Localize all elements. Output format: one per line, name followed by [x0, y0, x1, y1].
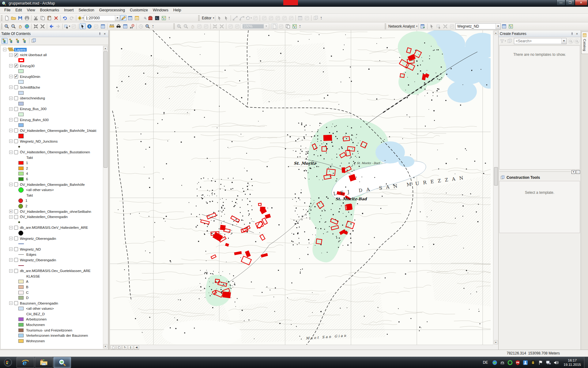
network-dataset-combo[interactable]: Wegnetz_ND ▼	[455, 23, 501, 29]
focus-dataframe-icon[interactable]	[278, 23, 284, 29]
map-view[interactable]: LEJ DA SAN MUREZZAN St. Moritz St. Morit…	[110, 30, 498, 350]
toc-symbol-row[interactable]: Mischzonen	[1, 322, 108, 328]
toc-layer-row[interactable]: –db_are.MGRBASIS.OeV_Haltestellen_ARE	[1, 225, 108, 231]
map-canvas[interactable]: LEJ DA SAN MUREZZAN St. Moritz St. Morit…	[110, 30, 491, 345]
legend-symbol[interactable]	[18, 91, 24, 95]
search-icon[interactable]	[568, 38, 574, 44]
scroll-up-icon[interactable]: ▲	[494, 31, 498, 35]
find-route-icon[interactable]	[122, 23, 128, 29]
toolbar-grip[interactable]	[1, 24, 2, 29]
toolbar-grip[interactable]	[198, 15, 200, 21]
rotate-tool-icon[interactable]	[275, 15, 281, 21]
pause-drawing-button[interactable]: ∥	[128, 345, 133, 350]
collapse-icon[interactable]: ▼	[571, 170, 575, 174]
catalog-window-icon[interactable]	[134, 15, 140, 21]
legend-symbol[interactable]	[18, 187, 24, 193]
layer-visibility-checkbox[interactable]	[14, 139, 18, 143]
toc-symbol-row[interactable]	[1, 122, 108, 128]
toc-symbol-row[interactable]: A	[1, 279, 108, 285]
tab-catalog[interactable]: Catalog	[581, 32, 588, 54]
expander-icon[interactable]: –	[9, 118, 13, 121]
menu-item-view[interactable]: View	[24, 7, 38, 13]
legend-symbol[interactable]	[18, 204, 23, 209]
list-by-source-icon[interactable]	[8, 38, 14, 44]
legend-symbol[interactable]	[18, 339, 24, 343]
toc-layer-row[interactable]: –db_are.MGRBASIS.Oev_Gueteklassen_ARE	[1, 268, 108, 274]
template-search-combo[interactable]: <Search> ▼	[514, 38, 567, 44]
scroll-down-icon[interactable]: ▼	[494, 340, 498, 344]
expander-icon[interactable]: –	[3, 48, 6, 51]
toc-layer-row[interactable]: –ÖV_Haltestellen_Oberengadin_Bahnhöfe_1h…	[1, 128, 108, 133]
toolbar-overflow-icon[interactable]: ▾▪	[167, 17, 171, 20]
expander-icon[interactable]: –	[9, 75, 13, 78]
toc-symbol-row[interactable]: 1	[1, 160, 108, 166]
legend-symbol[interactable]	[18, 198, 23, 203]
organize-templates-icon[interactable]	[507, 38, 513, 44]
expander-icon[interactable]: –	[9, 129, 13, 132]
toc-layer-row[interactable]: –✓Einzug60min	[1, 74, 108, 79]
expander-icon[interactable]: –	[9, 247, 13, 251]
layer-visibility-checkbox[interactable]	[14, 236, 18, 240]
data-driven-pages-icon[interactable]	[292, 23, 298, 29]
legend-symbol[interactable]	[18, 167, 24, 170]
directions-window-icon[interactable]	[449, 23, 455, 29]
toc-symbol-row[interactable]: <all other values>	[1, 306, 108, 312]
show-desktop-button[interactable]	[584, 357, 588, 368]
menu-item-file[interactable]: File	[2, 7, 13, 13]
language-indicator[interactable]: DE	[483, 360, 488, 365]
toc-layer-row[interactable]: –überschneidung	[1, 95, 108, 101]
scroll-left-icon[interactable]: ◀	[134, 345, 139, 350]
minimize-button[interactable]: —	[556, 0, 565, 6]
toc-layer-row[interactable]: +ÖV_Haltestellen_Oberengadin_ohneSeilbah…	[1, 209, 108, 214]
expander-icon[interactable]: –	[9, 226, 13, 229]
toc-layer-row[interactable]: –✓nicht überbaut all	[1, 52, 108, 58]
toc-symbol-row[interactable]: Wohnzonen	[1, 338, 108, 344]
layout-fixed-zoom-out-icon[interactable]	[219, 23, 225, 29]
chevron-down-icon[interactable]: ▼	[115, 15, 120, 21]
toc-symbol-row[interactable]: 4	[1, 171, 108, 177]
taskbar-clock[interactable]: 16:17 19.11.2015	[564, 358, 581, 367]
expander-icon[interactable]: –	[9, 107, 13, 111]
toc-symbol-row[interactable]	[1, 79, 108, 85]
map-horizontal-scrollbar[interactable]: ↻ ∥ ◀	[110, 345, 493, 350]
redo-icon[interactable]	[69, 15, 75, 21]
select-elements-icon[interactable]	[80, 23, 86, 29]
refresh-view-button[interactable]: ↻	[122, 345, 127, 350]
zoom-out-icon[interactable]	[10, 23, 17, 29]
add-data-icon[interactable]: ▾	[77, 15, 84, 21]
toc-layer-row[interactable]: –ÖV_Haltestellen_Oberengadin_Bahnhöfe	[1, 182, 108, 187]
legend-symbol[interactable]	[18, 280, 24, 283]
forward-extent-icon[interactable]	[55, 23, 61, 29]
go-to-xy-icon[interactable]	[129, 23, 135, 29]
lock-tray-icon[interactable]	[530, 360, 536, 366]
expander-icon[interactable]: –	[9, 86, 13, 89]
toc-symbol-row[interactable]: Tourismus- und Freizeitzonen	[1, 328, 108, 333]
legend-symbol[interactable]	[18, 243, 24, 244]
legend-symbol[interactable]	[18, 231, 23, 236]
legend-symbol[interactable]	[18, 254, 24, 255]
layer-visibility-checkbox[interactable]	[14, 258, 18, 262]
create-network-location-icon[interactable]	[429, 23, 435, 29]
table-of-contents-icon[interactable]	[127, 15, 133, 21]
legend-symbol[interactable]	[18, 265, 24, 266]
toc-symbol-row[interactable]	[1, 101, 108, 106]
delete-icon[interactable]	[53, 15, 59, 21]
select-features-icon[interactable]: ▾	[64, 23, 70, 29]
expander-icon[interactable]: –	[9, 140, 13, 143]
data-view-button[interactable]	[111, 345, 116, 350]
close-icon[interactable]: ×	[102, 31, 107, 36]
layer-visibility-checkbox[interactable]	[14, 96, 18, 100]
toc-symbol-row[interactable]: 6	[1, 176, 108, 182]
arctoolbox-icon[interactable]	[147, 15, 153, 21]
point-at-end-icon[interactable]	[252, 15, 258, 21]
expander-icon[interactable]: –	[9, 269, 13, 273]
toc-symbol-row[interactable]: Arbeitszonen	[1, 317, 108, 322]
toc-layer-row[interactable]: –Schnittfläche	[1, 85, 108, 90]
legend-symbol[interactable]	[18, 69, 24, 73]
cut-polygons-icon[interactable]	[261, 15, 267, 21]
sketch-properties-icon[interactable]	[304, 15, 310, 21]
legend-symbol[interactable]	[18, 102, 24, 105]
menu-item-insert[interactable]: Insert	[62, 7, 76, 13]
layout-forward-icon[interactable]	[234, 23, 240, 29]
toolbar-grip[interactable]	[173, 24, 175, 29]
